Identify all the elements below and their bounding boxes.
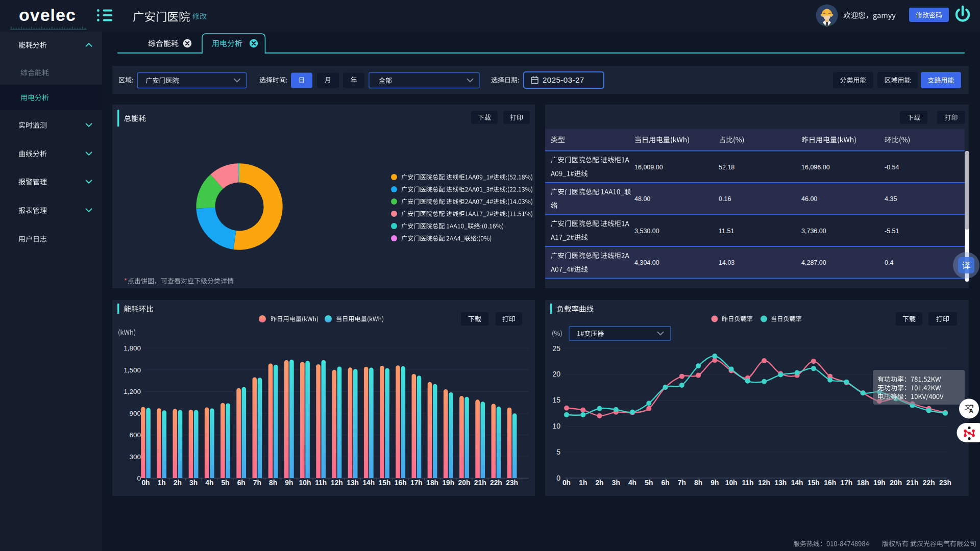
svg-text:-5.51: -5.51	[885, 228, 899, 235]
svg-text:48.00: 48.00	[634, 195, 650, 203]
svg-text:14.03: 14.03	[719, 259, 734, 266]
svg-text:5h: 5h	[221, 479, 229, 487]
svg-text:1,800: 1,800	[124, 344, 141, 352]
svg-text:1,200: 1,200	[124, 388, 141, 395]
svg-text:16h: 16h	[395, 479, 407, 487]
svg-text:2h: 2h	[174, 479, 182, 487]
svg-text:ovelec: ovelec	[19, 5, 76, 24]
svg-text:13h: 13h	[347, 479, 359, 487]
svg-text:1h: 1h	[158, 479, 166, 487]
svg-text:18h: 18h	[426, 479, 438, 487]
svg-text:16,096.00: 16,096.00	[801, 164, 830, 171]
svg-text:6h: 6h	[237, 479, 246, 487]
svg-text:A: A	[969, 408, 973, 414]
svg-text:15h: 15h	[379, 479, 391, 487]
svg-text:11.51: 11.51	[719, 228, 734, 235]
svg-text:0.4: 0.4	[885, 259, 893, 266]
svg-text:20: 20	[552, 370, 560, 378]
svg-text:2025-03-27: 2025-03-27	[543, 76, 584, 84]
svg-text:8h: 8h	[269, 479, 277, 487]
svg-text:16,009.00: 16,009.00	[634, 164, 663, 171]
svg-text:19h: 19h	[442, 479, 454, 487]
svg-text:3,530.00: 3,530.00	[634, 228, 659, 235]
svg-text:15: 15	[552, 396, 560, 404]
svg-text:4,304.00: 4,304.00	[634, 259, 659, 266]
svg-text:0: 0	[556, 474, 560, 482]
svg-text:10h: 10h	[299, 479, 311, 487]
svg-text:22h: 22h	[490, 479, 502, 487]
svg-text:1,500: 1,500	[124, 366, 141, 374]
svg-text:21h: 21h	[474, 479, 486, 487]
svg-text:4.35: 4.35	[885, 195, 897, 203]
svg-text:52.18: 52.18	[719, 164, 734, 171]
svg-text:7h: 7h	[253, 479, 261, 487]
svg-text:23h: 23h	[506, 479, 518, 487]
svg-text:300: 300	[129, 453, 141, 461]
svg-text:17h: 17h	[410, 479, 423, 487]
svg-text:4,287.00: 4,287.00	[801, 259, 826, 266]
svg-text:14h: 14h	[362, 479, 375, 487]
svg-text:0h: 0h	[141, 479, 150, 487]
svg-text:600: 600	[129, 431, 141, 439]
svg-text:46.00: 46.00	[801, 195, 817, 203]
svg-text:3h: 3h	[189, 479, 198, 487]
svg-text:0.16: 0.16	[719, 195, 731, 203]
svg-text:-0.54: -0.54	[885, 164, 899, 171]
svg-text:4h: 4h	[205, 479, 213, 487]
svg-text:900: 900	[129, 410, 141, 417]
svg-text:3,736.00: 3,736.00	[801, 228, 826, 235]
svg-text:11h: 11h	[315, 479, 327, 487]
svg-text:0: 0	[137, 474, 141, 482]
svg-text:5: 5	[556, 448, 560, 456]
svg-text:20h: 20h	[458, 479, 471, 487]
svg-text:10: 10	[552, 422, 560, 430]
svg-text:12h: 12h	[331, 479, 343, 487]
svg-text:25: 25	[552, 344, 560, 353]
svg-text:9h: 9h	[285, 479, 293, 487]
